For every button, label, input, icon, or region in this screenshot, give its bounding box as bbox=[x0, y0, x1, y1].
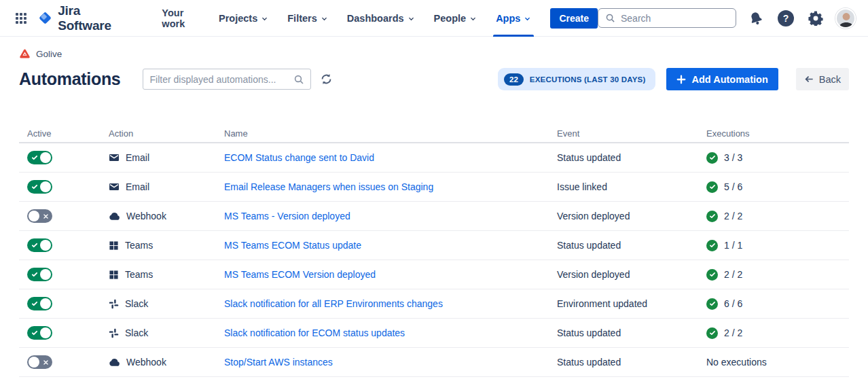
event-label: Status updated bbox=[557, 152, 621, 163]
search-icon bbox=[605, 13, 615, 23]
chevron-down-icon bbox=[408, 15, 415, 22]
nav-item-dashboards[interactable]: Dashboards bbox=[338, 0, 424, 37]
teams-icon bbox=[109, 240, 119, 251]
column-header-name: Name bbox=[216, 128, 549, 139]
active-toggle[interactable] bbox=[27, 268, 52, 281]
executions-value: 6 / 6 bbox=[724, 298, 742, 309]
filter-box bbox=[143, 69, 311, 90]
active-toggle[interactable] bbox=[27, 355, 52, 369]
action-label: Email bbox=[126, 152, 149, 163]
filter-search-icon bbox=[293, 74, 304, 85]
page-title: Automations bbox=[19, 69, 120, 89]
active-toggle[interactable] bbox=[27, 238, 52, 252]
nav-item-people[interactable]: People bbox=[424, 0, 487, 37]
table-row: Webhook Stop/Start AWS instances Status … bbox=[19, 348, 849, 377]
automation-name-link[interactable]: MS Teams ECOM Version deployed bbox=[224, 269, 376, 280]
success-check-icon bbox=[706, 181, 718, 193]
webhook-icon bbox=[109, 211, 120, 222]
success-check-icon bbox=[706, 211, 718, 222]
event-label: Environment updated bbox=[557, 298, 647, 309]
chevron-down-icon bbox=[469, 15, 477, 22]
executions-value: 3 / 3 bbox=[724, 152, 742, 163]
teams-icon bbox=[109, 270, 119, 280]
top-navigation: Jira Software Your work Projects Filters… bbox=[0, 0, 868, 37]
executions-value: 2 / 2 bbox=[724, 211, 742, 221]
chevron-down-icon bbox=[524, 15, 531, 22]
event-label: Version deployed bbox=[557, 211, 630, 221]
table-row: Email Email Release Managers when issues… bbox=[19, 173, 849, 202]
email-icon bbox=[109, 152, 120, 163]
automation-name-link[interactable]: Slack notification for ECOM status updat… bbox=[224, 327, 405, 338]
back-button[interactable]: Back bbox=[796, 68, 849, 90]
jira-logo[interactable]: Jira Software bbox=[37, 3, 134, 33]
success-check-icon bbox=[706, 298, 718, 310]
toggle-state-icon bbox=[29, 238, 40, 252]
table-header-row: Active Action Name Event Executions bbox=[19, 124, 849, 143]
automation-name-link[interactable]: Email Release Managers when issues on St… bbox=[224, 181, 433, 192]
automation-name-link[interactable]: MS Teams - Version deployed bbox=[224, 211, 350, 221]
executions-count-badge: 22 bbox=[504, 73, 524, 86]
filter-automations-input[interactable] bbox=[149, 74, 293, 85]
column-header-executions: Executions bbox=[698, 128, 849, 139]
jira-diamond-icon bbox=[37, 10, 53, 26]
action-label: Slack bbox=[125, 298, 148, 309]
executions-value: 2 / 2 bbox=[724, 327, 742, 338]
active-toggle[interactable] bbox=[27, 151, 52, 164]
event-label: Status updated bbox=[557, 357, 621, 368]
table-row: Slack Slack notification for all ERP Env… bbox=[19, 289, 849, 319]
active-toggle[interactable] bbox=[27, 326, 52, 340]
toggle-state-icon bbox=[29, 326, 40, 340]
executions-summary-label: EXECUTIONS (LAST 30 DAYS) bbox=[530, 75, 646, 84]
active-toggle[interactable] bbox=[27, 180, 52, 194]
table-row: Slack Slack notification for ECOM status… bbox=[19, 319, 849, 348]
settings-gear-icon[interactable] bbox=[806, 8, 826, 29]
toggle-state-icon bbox=[29, 297, 40, 310]
success-check-icon bbox=[706, 152, 718, 164]
nav-item-apps[interactable]: Apps bbox=[486, 0, 541, 37]
refresh-icon[interactable] bbox=[320, 73, 333, 86]
executions-summary-button[interactable]: 22 EXECUTIONS (LAST 30 DAYS) bbox=[498, 68, 655, 90]
active-toggle[interactable] bbox=[27, 209, 52, 223]
column-header-event: Event bbox=[549, 128, 698, 139]
column-header-action: Action bbox=[101, 128, 216, 139]
help-icon[interactable]: ? bbox=[776, 8, 796, 29]
app-switcher-icon[interactable] bbox=[10, 7, 32, 30]
action-label: Teams bbox=[125, 240, 153, 251]
success-check-icon bbox=[706, 240, 718, 251]
action-label: Slack bbox=[125, 327, 148, 338]
action-label: Teams bbox=[125, 269, 153, 280]
nav-item-your-work[interactable]: Your work bbox=[152, 0, 209, 37]
action-label: Email bbox=[126, 181, 149, 192]
table-row: Teams MS Teams ECOM Status update Status… bbox=[19, 231, 849, 260]
toggle-state-icon bbox=[40, 355, 51, 369]
automation-name-link[interactable]: Stop/Start AWS instances bbox=[224, 357, 333, 368]
global-search bbox=[598, 8, 736, 28]
search-input[interactable] bbox=[621, 13, 729, 24]
user-avatar[interactable] bbox=[835, 8, 856, 29]
event-label: Issue linked bbox=[557, 181, 607, 192]
chevron-down-icon bbox=[261, 15, 268, 22]
nav-item-filters[interactable]: Filters bbox=[278, 0, 338, 37]
table-row: Teams MS Teams ECOM Version deployed Ver… bbox=[19, 260, 849, 289]
event-label: Version deployed bbox=[557, 269, 630, 280]
email-icon bbox=[109, 181, 120, 192]
active-toggle[interactable] bbox=[27, 297, 52, 310]
breadcrumb-label: Golive bbox=[36, 49, 62, 59]
add-automation-button[interactable]: Add Automation bbox=[666, 68, 778, 90]
toggle-state-icon bbox=[29, 268, 40, 281]
success-check-icon bbox=[706, 327, 718, 339]
executions-value: No executions bbox=[706, 357, 767, 368]
plus-icon bbox=[676, 75, 686, 84]
automations-table: Active Action Name Event Executions Emai… bbox=[19, 124, 849, 377]
notifications-bell-icon[interactable] bbox=[746, 8, 766, 29]
chevron-down-icon bbox=[321, 15, 328, 22]
breadcrumb[interactable]: Golive bbox=[19, 48, 849, 60]
automation-name-link[interactable]: ECOM Status change sent to David bbox=[224, 152, 374, 163]
nav-item-projects[interactable]: Projects bbox=[209, 0, 278, 37]
create-button[interactable]: Create bbox=[550, 8, 598, 29]
golive-logo-icon bbox=[19, 48, 31, 60]
table-row: Email ECOM Status change sent to David S… bbox=[19, 143, 849, 173]
success-check-icon bbox=[706, 269, 718, 281]
automation-name-link[interactable]: Slack notification for all ERP Environme… bbox=[224, 298, 443, 309]
automation-name-link[interactable]: MS Teams ECOM Status update bbox=[224, 240, 361, 251]
